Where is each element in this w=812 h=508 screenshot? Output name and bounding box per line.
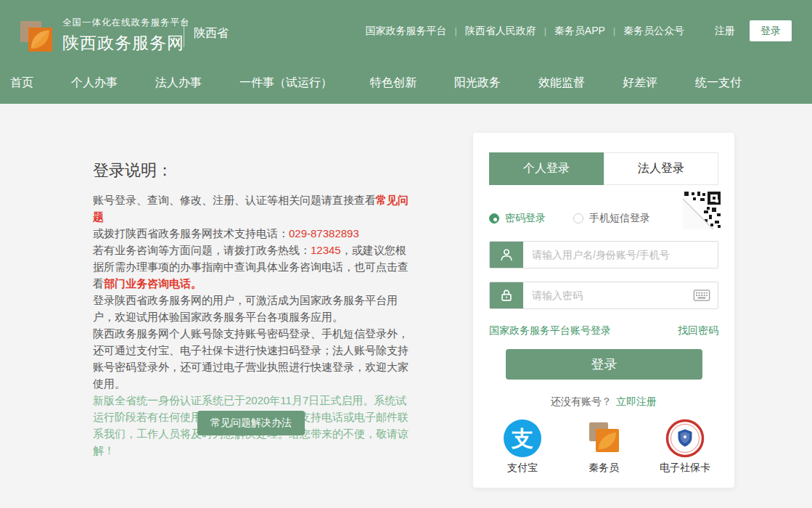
third-party-alipay[interactable]: 支支付宝 [496,419,549,475]
third-party-social-security-card[interactable]: 电子社保卡 [659,419,711,475]
nav-item[interactable]: 法人办事 [155,75,202,91]
national-platform-login-link[interactable]: 国家政务服务平台账号登录 [489,324,611,337]
faq-solutions-button[interactable]: 常见问题解决办法 [197,411,305,435]
login-tabs: 个人登录法人登录 [489,152,718,185]
header-link-separator: | [544,26,546,36]
third-party-login-row: 支支付宝秦务员电子社保卡 [473,419,734,475]
header-divider [184,18,184,47]
instruction-text: 若有业务咨询等方面问题，请拨打政务热线： [93,244,311,256]
header-link-separator: | [455,26,457,36]
main-nav: 首页个人办事法人办事一件事（试运行）特色创新阳光政务效能监督好差评统一支付 [0,62,812,104]
top-header: 全国一体化在线政务服务平台 陕西政务服务网 陕西省 国家政务服务平台|陕西省人民… [0,0,812,62]
instruction-text: 账号登录、查询、修改、注册、认证等相关问题请直接查看 [93,194,376,206]
instruction-text: 029-87382893 [289,227,359,239]
third-party-qinwuyuan[interactable]: 秦务员 [578,419,630,475]
nav-item[interactable]: 效能监督 [538,75,585,91]
tab-personal-login[interactable]: 个人登录 [489,152,604,185]
platform-label: 全国一体化在线政务服务平台 [62,17,190,29]
alipay-icon[interactable]: 支 [503,419,542,458]
instruction-text: 12345 [311,244,341,256]
password-input[interactable] [523,282,693,308]
social-security-card-icon[interactable] [665,419,705,458]
nav-item[interactable]: 好差评 [623,75,657,91]
third-party-label: 秦务员 [578,462,630,475]
login-mode-option[interactable]: 手机短信登录 [573,212,650,225]
third-party-label: 电子社保卡 [659,462,711,475]
password-field [489,282,718,309]
forgot-password-link[interactable]: 找回密码 [678,324,718,337]
instruction-text: 陕西政务服务网个人账号除支持账号密码登录、手机短信登录外，还可通过支付宝、电子社… [93,327,409,390]
qinwuyuan-icon[interactable] [584,419,623,458]
username-field [489,241,718,269]
keyboard-icon[interactable] [693,290,710,301]
header-link[interactable]: 秦务员APP [554,25,605,36]
tab-legal-person-login[interactable]: 法人登录 [604,152,718,185]
register-link[interactable]: 注册 [715,25,735,38]
instruction-text: 登录陕西省政务服务网的用户，可激活成为国家政务服务平台用户，欢迎试用体验国家政务… [93,294,398,323]
instruction-text: 或拨打陕西省政务服务网技术支持电话： [93,227,289,239]
nav-item[interactable]: 阳光政务 [454,75,501,91]
nav-item[interactable]: 个人办事 [71,75,118,91]
site-name: 陕西政务服务网 [62,32,190,54]
login-button[interactable]: 登录 [506,349,702,380]
header-link-separator: | [613,26,615,36]
instructions-title: 登录说明： [93,160,173,181]
svg-text:支: 支 [511,426,533,451]
lock-icon [490,282,523,308]
third-party-label: 支付宝 [496,462,549,475]
qr-login-icon[interactable] [683,190,722,229]
header-link[interactable]: 秦务员公众号 [623,25,684,36]
nav-item[interactable]: 特色创新 [370,75,417,91]
no-account-label: 还没有账号？ [551,396,612,407]
region-label: 陕西省 [194,26,229,41]
nav-item[interactable]: 一件事（试运行） [239,75,332,91]
radio-icon [573,213,583,224]
site-logo-icon [19,18,54,53]
login-mode-label: 手机短信登录 [589,212,650,225]
header-link[interactable]: 国家政务服务平台 [366,25,447,36]
username-input[interactable] [523,242,718,268]
login-mode-label: 密码登录 [505,212,546,225]
header-link[interactable]: 陕西省人民政府 [465,25,536,36]
radio-icon [489,213,499,224]
user-icon [490,242,523,268]
nav-item[interactable]: 统一支付 [695,75,742,91]
register-now-link[interactable]: 立即注册 [616,396,657,407]
inline-link[interactable]: 部门业务咨询电话。 [104,277,202,290]
nav-item[interactable]: 首页 [10,75,33,91]
login-mode-option[interactable]: 密码登录 [489,212,546,225]
login-panel: 个人登录法人登录 密码登录手机短信登录 [473,133,734,488]
header-login-button[interactable]: 登录 [750,20,792,41]
